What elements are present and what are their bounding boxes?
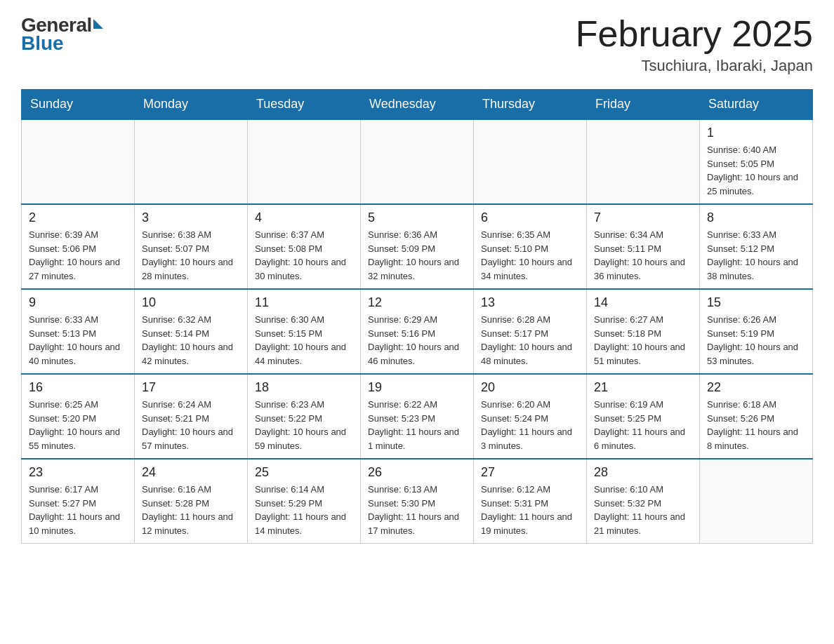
calendar-cell: 17Sunrise: 6:24 AMSunset: 5:21 PMDayligh… [135, 374, 248, 459]
day-info: Sunrise: 6:33 AMSunset: 5:13 PMDaylight:… [29, 313, 127, 368]
calendar-cell [587, 119, 700, 204]
calendar-cell: 22Sunrise: 6:18 AMSunset: 5:26 PMDayligh… [700, 374, 813, 459]
calendar-table: SundayMondayTuesdayWednesdayThursdayFrid… [21, 89, 813, 544]
page-header: General Blue February 2025 Tsuchiura, Ib… [21, 14, 813, 75]
day-header-sunday: Sunday [22, 90, 135, 120]
day-info: Sunrise: 6:20 AMSunset: 5:24 PMDaylight:… [481, 398, 579, 452]
week-row-2: 2Sunrise: 6:39 AMSunset: 5:06 PMDaylight… [22, 204, 813, 289]
day-info: Sunrise: 6:37 AMSunset: 5:08 PMDaylight:… [255, 228, 353, 283]
day-info: Sunrise: 6:14 AMSunset: 5:29 PMDaylight:… [255, 483, 353, 537]
day-number: 18 [255, 380, 353, 395]
day-info: Sunrise: 6:17 AMSunset: 5:27 PMDaylight:… [29, 483, 127, 537]
calendar-title-block: February 2025 Tsuchiura, Ibaraki, Japan [576, 14, 813, 75]
day-info: Sunrise: 6:26 AMSunset: 5:19 PMDaylight:… [707, 313, 805, 368]
calendar-cell: 8Sunrise: 6:33 AMSunset: 5:12 PMDaylight… [700, 204, 813, 289]
calendar-cell: 26Sunrise: 6:13 AMSunset: 5:30 PMDayligh… [361, 459, 474, 544]
day-info: Sunrise: 6:29 AMSunset: 5:16 PMDaylight:… [368, 313, 466, 368]
day-number: 2 [29, 210, 127, 225]
week-row-1: 1Sunrise: 6:40 AMSunset: 5:05 PMDaylight… [22, 119, 813, 204]
calendar-cell: 28Sunrise: 6:10 AMSunset: 5:32 PMDayligh… [587, 459, 700, 544]
calendar-cell: 27Sunrise: 6:12 AMSunset: 5:31 PMDayligh… [474, 459, 587, 544]
day-info: Sunrise: 6:23 AMSunset: 5:22 PMDaylight:… [255, 398, 353, 452]
day-header-wednesday: Wednesday [361, 90, 474, 120]
calendar-cell: 9Sunrise: 6:33 AMSunset: 5:13 PMDaylight… [22, 289, 135, 374]
day-info: Sunrise: 6:10 AMSunset: 5:32 PMDaylight:… [594, 483, 692, 537]
day-number: 22 [707, 380, 805, 395]
day-header-tuesday: Tuesday [248, 90, 361, 120]
day-info: Sunrise: 6:12 AMSunset: 5:31 PMDaylight:… [481, 483, 579, 537]
logo: General Blue [21, 14, 103, 55]
calendar-cell [700, 459, 813, 544]
day-number: 20 [481, 380, 579, 395]
day-number: 7 [594, 210, 692, 225]
day-number: 15 [707, 295, 805, 310]
calendar-cell: 1Sunrise: 6:40 AMSunset: 5:05 PMDaylight… [700, 119, 813, 204]
calendar-cell: 4Sunrise: 6:37 AMSunset: 5:08 PMDaylight… [248, 204, 361, 289]
day-info: Sunrise: 6:39 AMSunset: 5:06 PMDaylight:… [29, 228, 127, 283]
calendar-cell: 6Sunrise: 6:35 AMSunset: 5:10 PMDaylight… [474, 204, 587, 289]
calendar-cell: 24Sunrise: 6:16 AMSunset: 5:28 PMDayligh… [135, 459, 248, 544]
calendar-cell: 5Sunrise: 6:36 AMSunset: 5:09 PMDaylight… [361, 204, 474, 289]
week-row-5: 23Sunrise: 6:17 AMSunset: 5:27 PMDayligh… [22, 459, 813, 544]
day-info: Sunrise: 6:22 AMSunset: 5:23 PMDaylight:… [368, 398, 466, 452]
logo-blue-text: Blue [21, 32, 103, 55]
calendar-cell: 7Sunrise: 6:34 AMSunset: 5:11 PMDaylight… [587, 204, 700, 289]
day-header-friday: Friday [587, 90, 700, 120]
calendar-cell: 2Sunrise: 6:39 AMSunset: 5:06 PMDaylight… [22, 204, 135, 289]
day-number: 26 [368, 465, 466, 480]
week-row-4: 16Sunrise: 6:25 AMSunset: 5:20 PMDayligh… [22, 374, 813, 459]
day-number: 12 [368, 295, 466, 310]
day-number: 17 [142, 380, 240, 395]
calendar-cell: 15Sunrise: 6:26 AMSunset: 5:19 PMDayligh… [700, 289, 813, 374]
day-info: Sunrise: 6:32 AMSunset: 5:14 PMDaylight:… [142, 313, 240, 368]
calendar-cell [248, 119, 361, 204]
day-number: 10 [142, 295, 240, 310]
calendar-cell: 3Sunrise: 6:38 AMSunset: 5:07 PMDaylight… [135, 204, 248, 289]
day-number: 6 [481, 210, 579, 225]
day-number: 16 [29, 380, 127, 395]
logo-arrow-icon [93, 19, 103, 29]
calendar-cell: 10Sunrise: 6:32 AMSunset: 5:14 PMDayligh… [135, 289, 248, 374]
week-row-3: 9Sunrise: 6:33 AMSunset: 5:13 PMDaylight… [22, 289, 813, 374]
day-info: Sunrise: 6:28 AMSunset: 5:17 PMDaylight:… [481, 313, 579, 368]
day-info: Sunrise: 6:16 AMSunset: 5:28 PMDaylight:… [142, 483, 240, 537]
day-header-thursday: Thursday [474, 90, 587, 120]
calendar-cell: 12Sunrise: 6:29 AMSunset: 5:16 PMDayligh… [361, 289, 474, 374]
day-number: 8 [707, 210, 805, 225]
day-info: Sunrise: 6:13 AMSunset: 5:30 PMDaylight:… [368, 483, 466, 537]
calendar-cell: 19Sunrise: 6:22 AMSunset: 5:23 PMDayligh… [361, 374, 474, 459]
calendar-subtitle: Tsuchiura, Ibaraki, Japan [576, 57, 813, 75]
day-number: 9 [29, 295, 127, 310]
calendar-cell: 21Sunrise: 6:19 AMSunset: 5:25 PMDayligh… [587, 374, 700, 459]
calendar-cell: 14Sunrise: 6:27 AMSunset: 5:18 PMDayligh… [587, 289, 700, 374]
calendar-title: February 2025 [576, 14, 813, 54]
calendar-cell [474, 119, 587, 204]
day-number: 5 [368, 210, 466, 225]
calendar-cell: 20Sunrise: 6:20 AMSunset: 5:24 PMDayligh… [474, 374, 587, 459]
day-number: 28 [594, 465, 692, 480]
day-number: 3 [142, 210, 240, 225]
day-number: 13 [481, 295, 579, 310]
day-number: 24 [142, 465, 240, 480]
calendar-cell: 25Sunrise: 6:14 AMSunset: 5:29 PMDayligh… [248, 459, 361, 544]
calendar-cell: 11Sunrise: 6:30 AMSunset: 5:15 PMDayligh… [248, 289, 361, 374]
day-header-monday: Monday [135, 90, 248, 120]
calendar-cell: 23Sunrise: 6:17 AMSunset: 5:27 PMDayligh… [22, 459, 135, 544]
day-number: 14 [594, 295, 692, 310]
calendar-cell [22, 119, 135, 204]
day-number: 21 [594, 380, 692, 395]
day-info: Sunrise: 6:35 AMSunset: 5:10 PMDaylight:… [481, 228, 579, 283]
calendar-cell: 18Sunrise: 6:23 AMSunset: 5:22 PMDayligh… [248, 374, 361, 459]
calendar-cell: 16Sunrise: 6:25 AMSunset: 5:20 PMDayligh… [22, 374, 135, 459]
day-number: 19 [368, 380, 466, 395]
day-number: 1 [707, 126, 805, 140]
calendar-cell [135, 119, 248, 204]
day-info: Sunrise: 6:40 AMSunset: 5:05 PMDaylight:… [707, 143, 805, 198]
day-info: Sunrise: 6:18 AMSunset: 5:26 PMDaylight:… [707, 398, 805, 452]
day-number: 25 [255, 465, 353, 480]
day-number: 27 [481, 465, 579, 480]
day-info: Sunrise: 6:19 AMSunset: 5:25 PMDaylight:… [594, 398, 692, 452]
day-info: Sunrise: 6:27 AMSunset: 5:18 PMDaylight:… [594, 313, 692, 368]
day-info: Sunrise: 6:25 AMSunset: 5:20 PMDaylight:… [29, 398, 127, 452]
day-number: 23 [29, 465, 127, 480]
